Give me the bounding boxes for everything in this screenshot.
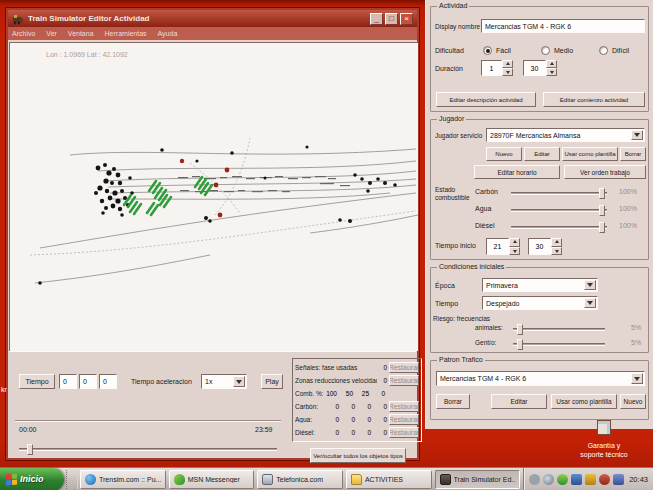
player-service-dropdown[interactable]: 28970F Mercancias Almansa	[486, 128, 645, 142]
spin-down-icon[interactable]	[551, 247, 562, 256]
coal-slider-thumb[interactable]	[599, 188, 605, 199]
chevron-down-icon[interactable]	[584, 298, 596, 308]
route-map-viewport[interactable]: Lon : 1.0969 Lat : 42.1092	[9, 42, 418, 351]
tray-volume-icon[interactable]	[529, 474, 540, 485]
close-button[interactable]: ×	[400, 13, 413, 25]
restore-signals-button[interactable]: Restaurar	[389, 362, 419, 373]
taskbar-item-telefonica[interactable]: Telefonica.com	[257, 470, 343, 489]
radio-dificil-label: Difícil	[612, 47, 629, 54]
radio-medio[interactable]	[541, 46, 550, 55]
water-slider-thumb[interactable]	[599, 205, 605, 216]
pattern-edit-button[interactable]: Editar	[491, 394, 547, 409]
display-name-input[interactable]: Mercancias TGM 4 - RGK 6	[481, 19, 645, 33]
restore-water-button[interactable]: Restaurar	[389, 414, 419, 425]
webpage-icon	[262, 474, 273, 485]
maximize-button[interactable]: □	[385, 13, 398, 25]
zones-label: Zonas reducciones velocidad	[295, 377, 377, 384]
tray-messenger-icon[interactable]	[557, 474, 568, 485]
service-edit-button[interactable]: Editar	[524, 147, 560, 161]
fuel-col-50: 50	[339, 390, 353, 397]
animals-slider[interactable]	[513, 328, 605, 331]
restore-diesel-button[interactable]: Restaurar	[389, 427, 419, 438]
coal-slider[interactable]	[511, 192, 607, 195]
tray-update-icon[interactable]	[571, 474, 582, 485]
spin-down-icon[interactable]	[502, 68, 513, 76]
chevron-down-icon[interactable]	[631, 130, 643, 140]
edit-description-button[interactable]: Editar descripción actividad	[436, 92, 536, 107]
accel-dropdown[interactable]: 1x	[201, 374, 247, 389]
tray-network-icon[interactable]	[543, 474, 554, 485]
view-work-order-button[interactable]: Ver orden trabajo	[564, 165, 646, 179]
edit-timetable-button[interactable]: Editar horario	[474, 165, 560, 179]
restore-zones-button[interactable]: Restaurar	[389, 375, 419, 386]
radio-facil[interactable]	[483, 46, 492, 55]
pattern-delete-button[interactable]: Borrar	[436, 394, 470, 409]
service-new-button[interactable]: Nuevo	[486, 147, 522, 161]
spin-up-icon[interactable]	[509, 238, 520, 247]
spin-up-icon[interactable]	[551, 238, 562, 247]
menu-ayuda[interactable]: Ayuda	[158, 30, 178, 37]
spin-down-icon[interactable]	[509, 247, 520, 256]
spin-up-icon[interactable]	[546, 60, 557, 68]
start-hour-spinner[interactable]: 21	[486, 238, 520, 255]
tray-antivirus-icon[interactable]	[585, 474, 596, 485]
diesel-slider-thumb[interactable]	[599, 222, 605, 233]
service-template-button[interactable]: Usar como plantilla	[562, 147, 618, 161]
menu-bar: Archivo Ver Ventana Herramientas Ayuda	[8, 27, 417, 41]
stats-row-signals: Señales: fase usadas 0 Restaurar	[295, 361, 419, 374]
menu-archivo[interactable]: Archivo	[12, 30, 35, 37]
water-slider[interactable]	[511, 209, 607, 212]
timeline-thumb[interactable]	[27, 444, 33, 455]
chevron-down-icon[interactable]	[631, 373, 643, 384]
start-button[interactable]: Inicio	[0, 468, 64, 490]
jugador-group-title: Jugador	[437, 115, 466, 122]
pattern-new-button[interactable]: Nuevo	[620, 394, 646, 409]
taskbar-item-train-simulator[interactable]: Train Simulator Ed...	[435, 470, 521, 489]
pattern-template-button[interactable]: Usar como plantilla	[551, 394, 617, 409]
lower-control-panel: Tiempo 0 0 0 Tiempo aceleracion 1x Play …	[9, 351, 416, 457]
diesel-slider[interactable]	[511, 226, 607, 229]
menu-ventana[interactable]: Ventana	[68, 30, 94, 37]
animals-slider-thumb[interactable]	[517, 324, 523, 335]
taskbar-item-activities-folder[interactable]: ACTIVITIES	[346, 470, 432, 489]
season-dropdown[interactable]: Primavera	[482, 278, 598, 292]
taskbar-item-browser[interactable]: Trensim.com :: Pu...	[80, 470, 166, 489]
service-delete-button[interactable]: Borrar	[620, 147, 646, 161]
time-field-m[interactable]: 0	[79, 374, 97, 389]
radio-medio-label: Medio	[554, 47, 573, 54]
timeline-slider[interactable]	[19, 448, 277, 451]
spin-down-icon[interactable]	[546, 68, 557, 76]
radio-dificil[interactable]	[599, 46, 608, 55]
duration-minutes-spinner[interactable]: 30	[523, 60, 557, 76]
spin-up-icon[interactable]	[502, 60, 513, 68]
traffic-pattern-title: Patron Trafico	[437, 356, 485, 363]
duration-hours-spinner[interactable]: 1	[481, 60, 513, 76]
chevron-down-icon[interactable]	[233, 376, 245, 387]
crowd-slider[interactable]	[513, 343, 605, 346]
chevron-down-icon[interactable]	[584, 280, 596, 290]
menu-ver[interactable]: Ver	[46, 30, 57, 37]
edit-start-button[interactable]: Editar comienzo actividad	[543, 92, 645, 107]
time-field-s[interactable]: 0	[99, 374, 117, 389]
route-map-svg[interactable]	[10, 43, 419, 352]
traffic-pattern-dropdown[interactable]: Mercancias TGM 4 - RGK 6	[436, 371, 645, 386]
toggle-object-types-button[interactable]: Ver/ocultar todos los objetos tipos	[310, 448, 406, 463]
tiempo-button[interactable]: Tiempo	[19, 374, 55, 389]
taskbar-item-messenger[interactable]: MSN Messenger	[169, 470, 255, 489]
weather-dropdown[interactable]: Despejado	[482, 296, 598, 310]
menu-herramientas[interactable]: Herramientas	[105, 30, 147, 37]
tray-alert-icon[interactable]	[599, 474, 610, 485]
play-button[interactable]: Play	[261, 374, 283, 389]
zones-value: 0	[377, 377, 387, 384]
coal-label: Carbón:	[295, 403, 325, 410]
quick-launch-grip[interactable]	[66, 470, 78, 489]
start-minute-spinner[interactable]: 30	[528, 238, 562, 255]
minimize-button[interactable]: _	[370, 13, 383, 25]
crowd-slider-thumb[interactable]	[517, 339, 523, 350]
title-bar[interactable]: Train Simulator Editor Actividad _ □ ×	[8, 10, 417, 27]
restore-coal-button[interactable]: Restaurar	[389, 401, 419, 412]
time-field-h[interactable]: 0	[59, 374, 77, 389]
radio-facil-label: Fácil	[496, 47, 511, 54]
tray-display-icon[interactable]	[613, 474, 624, 485]
desktop-icon-support[interactable]: Garantía y soporte técnico	[556, 420, 652, 459]
